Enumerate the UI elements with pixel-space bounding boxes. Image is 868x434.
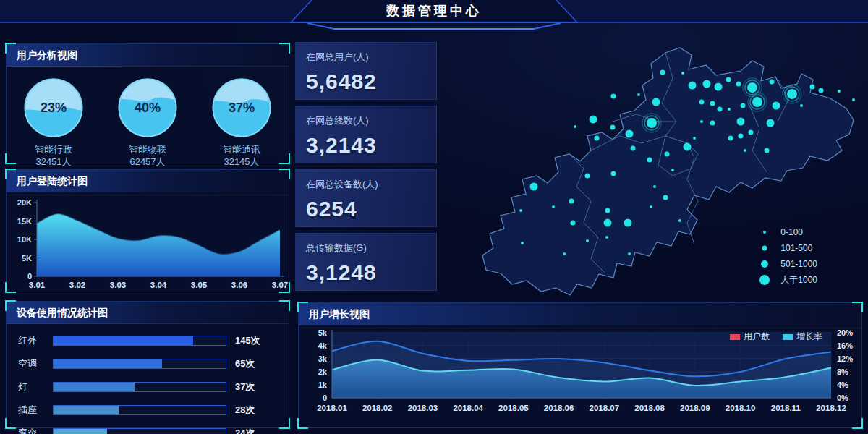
device-bar-value: 28次: [226, 404, 276, 417]
map-point: [681, 72, 684, 75]
map-point: [838, 90, 841, 93]
map-point: [605, 236, 608, 239]
map-point: [571, 221, 576, 226]
liquid-gauge-label: 智能物联62457人: [129, 143, 166, 168]
map-point: [610, 125, 616, 130]
liquid-gauge: 40%智能物联62457人: [116, 77, 179, 168]
svg-text:23%: 23%: [41, 101, 67, 115]
corner-bracket: [279, 418, 290, 429]
map-point: [737, 118, 745, 126]
map-point: [663, 195, 668, 200]
svg-text:2018.03: 2018.03: [408, 404, 438, 412]
device-bar-row: 灯37次: [18, 380, 276, 393]
map-point: [736, 82, 741, 87]
map-point: [800, 104, 803, 107]
map-point: [652, 98, 660, 106]
svg-text:1k: 1k: [318, 380, 328, 389]
corner-bracket: [279, 282, 290, 293]
corner-bracket: [5, 153, 16, 164]
device-bar-track: [53, 405, 226, 415]
stat-card: 总传输数据(G)3,1248: [295, 233, 437, 291]
device-bar-value: 24次: [226, 427, 276, 434]
map-legend-label: 0-100: [780, 227, 803, 237]
svg-text:2018.12: 2018.12: [816, 404, 846, 412]
device-bar-label: 空调: [18, 357, 53, 370]
device-bar-track: [53, 336, 226, 346]
map-point: [773, 102, 780, 110]
device-bar-track: [53, 428, 226, 434]
svg-text:2018.01: 2018.01: [317, 404, 347, 412]
svg-text:16%: 16%: [837, 341, 853, 350]
map-point: [569, 199, 574, 204]
panel-device-usage: 设备使用情况统计图 红外145次空调65次灯37次插座28次窗帘24次: [6, 301, 289, 428]
map-point: [770, 80, 775, 85]
map-point: [653, 185, 656, 188]
map-point: [852, 98, 855, 101]
map-point: [650, 205, 652, 208]
device-bar-row: 红外145次: [18, 334, 276, 347]
stat-card-value: 3,2143: [306, 133, 426, 158]
svg-text:2018.05: 2018.05: [498, 404, 529, 412]
device-bar-fill: [54, 383, 135, 391]
growth-chart-legend: 用户数增长率: [730, 331, 822, 343]
stat-card-value: 6254: [306, 197, 426, 221]
panel-title-user-growth: 用户增长视图: [299, 303, 861, 326]
stat-card-value: 5,6482: [306, 69, 426, 94]
map-point: [585, 174, 590, 179]
map-point: [586, 239, 589, 242]
corner-bracket: [5, 282, 16, 293]
map-legend-label: 大于1000: [780, 274, 817, 286]
map-legend-item[interactable]: 101-500: [759, 240, 817, 256]
map-point: [710, 101, 715, 106]
growth-legend-item[interactable]: 增长率: [783, 331, 822, 343]
device-bar-label: 灯: [18, 380, 53, 393]
stat-card-value: 3,1248: [306, 260, 426, 285]
svg-text:8%: 8%: [837, 367, 848, 376]
device-bar-label: 插座: [18, 404, 53, 417]
map-point: [611, 94, 616, 99]
map-point: [628, 252, 631, 255]
legend-swatch-icon: [783, 334, 793, 340]
svg-text:5k: 5k: [318, 328, 328, 337]
map-point: [689, 82, 697, 90]
corner-bracket: [5, 169, 16, 179]
map-point: [552, 205, 555, 208]
svg-text:4k: 4k: [318, 341, 328, 350]
panel-title-user-analysis: 用户分析视图: [7, 44, 289, 67]
map-point: [744, 149, 746, 152]
map-point: [574, 125, 576, 128]
svg-text:2018.04: 2018.04: [453, 404, 483, 412]
svg-text:20K: 20K: [17, 198, 32, 207]
svg-text:40%: 40%: [135, 101, 161, 115]
map-point: [671, 169, 674, 171]
map-legend-item[interactable]: 501-1000: [759, 256, 817, 272]
device-bar-value: 145次: [226, 334, 276, 347]
province-map: 0-100101-500501-1000大于1000: [437, 33, 868, 302]
svg-text:3.05: 3.05: [191, 281, 208, 289]
svg-text:2018.07: 2018.07: [590, 404, 620, 412]
corner-bracket: [297, 418, 308, 429]
device-bar-track: [53, 382, 226, 392]
map-point: [715, 83, 723, 91]
map-point: [718, 107, 723, 112]
growth-legend-item[interactable]: 用户数: [730, 331, 770, 343]
device-bar-row: 窗帘24次: [18, 427, 276, 434]
map-point: [728, 108, 731, 111]
map-point: [810, 85, 815, 90]
page-title: 数据管理中心: [289, 0, 579, 22]
legend-swatch-icon: [730, 334, 740, 340]
map-point: [595, 136, 600, 141]
svg-text:2018.06: 2018.06: [544, 404, 574, 412]
map-legend-item[interactable]: 大于1000: [759, 272, 817, 288]
map-point: [765, 148, 770, 153]
map-point: [611, 171, 616, 176]
map-point: [624, 219, 632, 227]
corner-bracket: [5, 300, 16, 311]
map-point: [710, 121, 715, 126]
svg-text:2018.09: 2018.09: [680, 404, 710, 412]
map-point: [699, 100, 705, 105]
svg-text:5K: 5K: [22, 254, 32, 263]
map-legend-item[interactable]: 0-100: [759, 224, 817, 240]
svg-text:2018.10: 2018.10: [726, 404, 756, 412]
map-point: [678, 219, 681, 222]
